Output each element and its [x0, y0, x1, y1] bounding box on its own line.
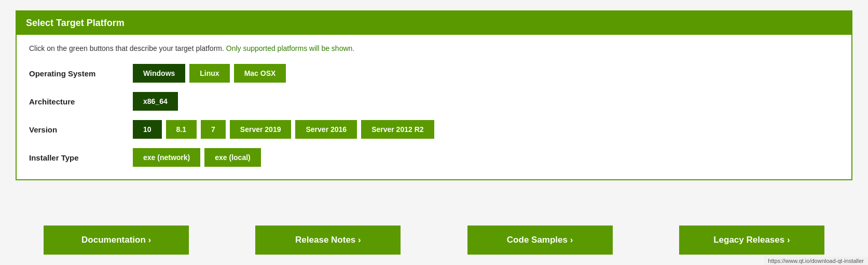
btn-group-os: WindowsLinuxMac OSX: [133, 64, 286, 83]
url-bar: https://www.qt.io/download-qt-installer: [764, 257, 868, 265]
platform-row-os: Operating SystemWindowsLinuxMac OSX: [29, 64, 839, 83]
btn-os-0[interactable]: Windows: [133, 64, 185, 83]
platform-row-installer: Installer Typeexe (network)exe (local): [29, 148, 839, 167]
btn-group-version: 108.17Server 2019Server 2016Server 2012 …: [133, 120, 434, 139]
btn-version-0[interactable]: 10: [133, 120, 162, 139]
row-label-os: Operating System: [29, 69, 133, 78]
btn-installer-1[interactable]: exe (local): [204, 148, 260, 167]
select-platform-body: Click on the green buttons that describe…: [17, 35, 851, 179]
btn-version-4[interactable]: Server 2016: [295, 120, 357, 139]
select-platform-box: Select Target Platform Click on the gree…: [16, 10, 852, 180]
page-title: Select Target Platform: [26, 18, 842, 29]
row-label-version: Version: [29, 125, 133, 134]
btn-arch-0[interactable]: x86_64: [133, 92, 178, 111]
instruction-text-part1: Click on the green buttons that describe…: [29, 44, 224, 52]
select-platform-header: Select Target Platform: [17, 11, 851, 35]
bottom-buttons: Documentation ›Release Notes ›Code Sampl…: [0, 213, 868, 265]
bottom-btn-documentation[interactable]: Documentation ›: [44, 226, 189, 255]
btn-version-2[interactable]: 7: [201, 120, 226, 139]
row-label-installer: Installer Type: [29, 153, 133, 162]
btn-group-arch: x86_64: [133, 92, 178, 111]
instruction-text-part2: Only supported platforms will be shown.: [226, 44, 354, 52]
btn-group-installer: exe (network)exe (local): [133, 148, 261, 167]
bottom-btn-legacy-releases[interactable]: Legacy Releases ›: [679, 226, 824, 255]
row-label-arch: Architecture: [29, 97, 133, 106]
bottom-btn-container: Documentation ›Release Notes ›Code Sampl…: [16, 226, 852, 255]
main-container: Select Target Platform Click on the gree…: [0, 0, 868, 213]
btn-version-5[interactable]: Server 2012 R2: [361, 120, 434, 139]
btn-os-1[interactable]: Linux: [189, 64, 229, 83]
platform-row-arch: Architecturex86_64: [29, 92, 839, 111]
platform-rows: Operating SystemWindowsLinuxMac OSXArchi…: [29, 64, 839, 167]
instruction-text: Click on the green buttons that describe…: [29, 44, 839, 52]
btn-version-3[interactable]: Server 2019: [230, 120, 292, 139]
bottom-btn-code-samples[interactable]: Code Samples ›: [467, 226, 613, 255]
btn-version-1[interactable]: 8.1: [166, 120, 197, 139]
btn-installer-0[interactable]: exe (network): [133, 148, 200, 167]
bottom-btn-release-notes[interactable]: Release Notes ›: [255, 226, 401, 255]
platform-row-version: Version108.17Server 2019Server 2016Serve…: [29, 120, 839, 139]
btn-os-2[interactable]: Mac OSX: [234, 64, 286, 83]
